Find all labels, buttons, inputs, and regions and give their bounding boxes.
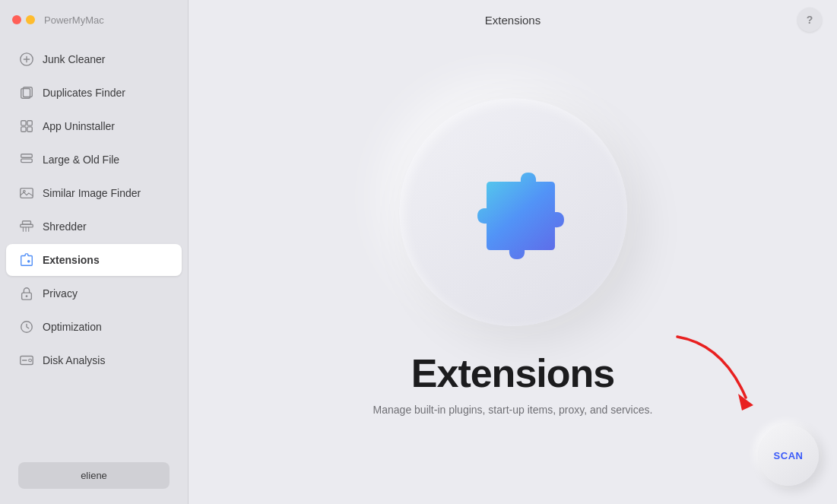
- svg-rect-5: [21, 127, 26, 132]
- junk-icon: [18, 51, 35, 68]
- sidebar-item-shredder[interactable]: Shredder: [6, 211, 182, 242]
- svg-rect-3: [21, 121, 26, 125]
- extensions-icon-circle: [399, 98, 627, 326]
- svg-rect-4: [27, 121, 32, 125]
- svg-point-10: [23, 190, 25, 192]
- shredder-icon: [18, 218, 35, 235]
- page-heading: Extensions: [411, 350, 614, 396]
- duplicates-icon: [18, 84, 35, 101]
- user-footer: eliene: [6, 453, 182, 498]
- content-area: Extensions Manage built-in plugins, star…: [189, 40, 837, 504]
- sidebar-label-large-old-file: Large & Old File: [43, 154, 119, 166]
- sidebar-item-extensions[interactable]: Extensions: [6, 244, 182, 276]
- sidebar-item-similar-image-finder[interactable]: Similar Image Finder: [6, 177, 182, 209]
- uninstaller-icon: [18, 118, 35, 135]
- sidebar-label-privacy: Privacy: [43, 287, 78, 300]
- sidebar-label-shredder: Shredder: [43, 220, 87, 233]
- help-button[interactable]: ?: [797, 8, 822, 32]
- disk-icon: [18, 352, 35, 369]
- sidebar-label-similar-image-finder: Similar Image Finder: [43, 187, 141, 199]
- puzzle-svg: [452, 151, 574, 273]
- nav-list: Junk Cleaner Duplicates Finder: [0, 40, 188, 447]
- traffic-lights: [12, 15, 35, 24]
- minimize-button[interactable]: [26, 15, 35, 24]
- sidebar-label-app-uninstaller: App Uninstaller: [43, 120, 115, 132]
- close-button[interactable]: [12, 15, 21, 24]
- sidebar-label-optimization: Optimization: [43, 321, 102, 333]
- page-description: Manage built-in plugins, start-up items,…: [373, 404, 653, 416]
- sidebar-item-privacy[interactable]: Privacy: [6, 277, 182, 309]
- sidebar-item-junk-cleaner[interactable]: Junk Cleaner: [6, 43, 182, 75]
- sidebar-label-duplicates-finder: Duplicates Finder: [43, 87, 125, 99]
- sidebar-item-app-uninstaller[interactable]: App Uninstaller: [6, 110, 182, 142]
- svg-rect-9: [21, 189, 33, 198]
- optimization-icon: [18, 319, 35, 335]
- svg-point-15: [26, 295, 28, 297]
- extensions-icon: [18, 252, 35, 268]
- sidebar-item-optimization[interactable]: Optimization: [6, 311, 182, 343]
- sidebar-label-extensions: Extensions: [43, 254, 100, 266]
- main-header-title: Extensions: [485, 14, 541, 27]
- title-bar: PowerMyMac: [0, 0, 188, 40]
- image-icon: [18, 185, 35, 201]
- svg-marker-19: [738, 394, 753, 410]
- sidebar-label-disk-analysis: Disk Analysis: [43, 354, 105, 366]
- file-icon: [18, 151, 35, 168]
- sidebar-item-duplicates-finder[interactable]: Duplicates Finder: [6, 77, 182, 109]
- sidebar-item-large-old-file[interactable]: Large & Old File: [6, 144, 182, 176]
- svg-rect-8: [21, 159, 33, 163]
- sidebar-item-disk-analysis[interactable]: Disk Analysis: [6, 344, 182, 376]
- sidebar: PowerMyMac Junk Cleaner Duplicates Finde…: [0, 0, 189, 504]
- app-name: PowerMyMac: [44, 14, 104, 26]
- sidebar-label-junk-cleaner: Junk Cleaner: [43, 53, 106, 65]
- main-header: Extensions ?: [189, 0, 837, 40]
- privacy-icon: [18, 285, 35, 302]
- svg-point-18: [29, 359, 32, 362]
- arrow-icon: [662, 329, 761, 420]
- svg-rect-12: [23, 221, 31, 225]
- scan-button[interactable]: SCAN: [758, 425, 819, 486]
- svg-rect-7: [21, 154, 33, 158]
- svg-point-13: [27, 260, 30, 263]
- user-badge[interactable]: eliene: [18, 462, 170, 489]
- main-content: Extensions ? Extensions Manage built-in …: [189, 0, 837, 504]
- svg-rect-6: [27, 127, 32, 132]
